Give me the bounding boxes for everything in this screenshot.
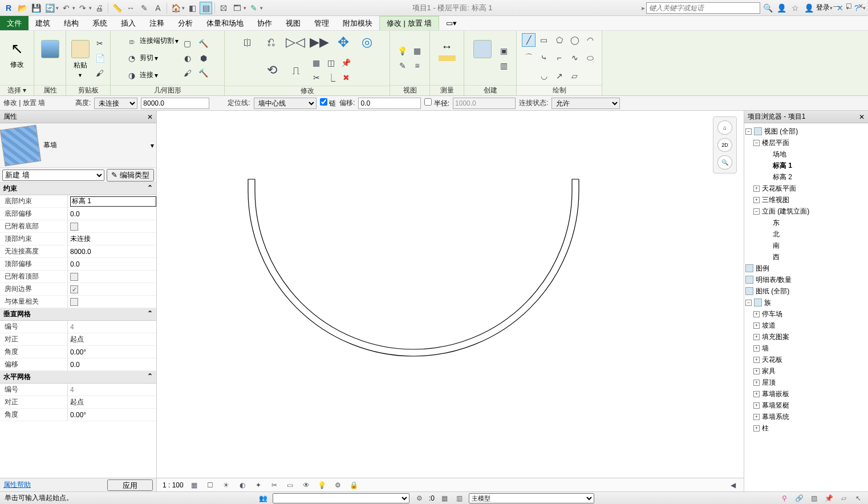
status-select-pinned-icon[interactable]: 📌 xyxy=(824,493,834,503)
draw-line-icon[interactable]: ╱ xyxy=(522,33,536,47)
align-icon[interactable]: ⎅ xyxy=(237,32,258,53)
tree-fam-3[interactable]: +墙 xyxy=(745,342,867,354)
crop-region-icon[interactable]: ▭ xyxy=(285,480,295,490)
wall-opening-icon[interactable]: ▢ xyxy=(181,37,194,50)
status-select-underlay-icon[interactable]: ▨ xyxy=(809,493,819,503)
activate-icon[interactable]: ⬢ xyxy=(197,51,210,65)
properties-button[interactable] xyxy=(38,38,62,79)
draw-fillet-icon[interactable]: ⌐ xyxy=(553,51,566,64)
type-dropdown-icon[interactable]: ▾ xyxy=(151,142,154,150)
tab-insert[interactable]: 插入 xyxy=(114,16,143,30)
linework-icon[interactable]: ✎ xyxy=(396,59,409,72)
paint-icon[interactable]: 🖌 xyxy=(181,66,194,80)
scale-icon[interactable]: ◫ xyxy=(325,56,338,70)
search-input[interactable] xyxy=(646,2,760,14)
mirror-draw-icon[interactable]: ▶▶ xyxy=(309,32,330,53)
section-vgrid[interactable]: 垂直网格⌃ xyxy=(0,308,156,321)
delete-icon[interactable]: ✖ xyxy=(339,71,353,84)
status-select-face-icon[interactable]: ▱ xyxy=(838,493,849,503)
group-select[interactable]: 选择 ▾ xyxy=(0,85,34,95)
reveal-constraints-icon[interactable]: 🔒 xyxy=(349,480,359,490)
create-assembly-icon[interactable]: ▥ xyxy=(497,59,511,72)
tree-fam-5[interactable]: +家具 xyxy=(745,365,867,377)
status-main-model-select[interactable]: 主模型 xyxy=(469,493,594,503)
instance-filter-select[interactable]: 新建 墙 xyxy=(2,170,104,181)
joinstate-select[interactable]: 允许 xyxy=(551,98,620,109)
tree-fam-1[interactable]: +坡道 xyxy=(745,320,867,331)
tree-site[interactable]: 场地 xyxy=(745,148,867,160)
close-button[interactable]: ✕ xyxy=(858,2,863,10)
tab-annotate[interactable]: 注释 xyxy=(143,16,171,30)
maximize-button[interactable]: ☐ xyxy=(846,2,852,10)
sun-path-icon[interactable]: ☀ xyxy=(221,480,232,490)
customize-qat-icon[interactable]: ✎ xyxy=(248,2,260,14)
draw-ellipse-icon[interactable]: ⬭ xyxy=(583,51,597,64)
tree-fam-4[interactable]: +天花板 xyxy=(745,354,867,365)
tab-modify-place-wall[interactable]: 修改 | 放置 墙 xyxy=(379,16,439,30)
tree-fam-2[interactable]: +填充图案 xyxy=(745,331,867,342)
type-selector[interactable]: 幕墙 ▾ xyxy=(0,123,156,168)
save-icon[interactable]: 💾 xyxy=(30,2,42,14)
minimize-button[interactable]: — xyxy=(833,2,840,10)
tree-schedules[interactable]: 明细表/数量 xyxy=(745,274,867,285)
copy-clipboard-icon[interactable]: 📄 xyxy=(93,51,107,65)
tab-architecture[interactable]: 建筑 xyxy=(29,16,57,30)
measure-button[interactable]: ↔ xyxy=(435,38,460,79)
temp-props-icon[interactable]: ⚙ xyxy=(333,480,343,490)
tab-analyze[interactable]: 分析 xyxy=(171,16,200,30)
nav-2d-icon[interactable]: 2D xyxy=(717,138,732,152)
tree-level1[interactable]: 标高 1 xyxy=(745,160,867,171)
rendering-icon[interactable]: ✦ xyxy=(253,480,263,490)
tree-floor-plans[interactable]: −楼层平面 xyxy=(745,137,867,148)
cut-geom-icon[interactable]: ◔ xyxy=(125,51,139,65)
create-group-icon[interactable]: ▣ xyxy=(497,44,511,58)
tree-level2[interactable]: 标高 2 xyxy=(745,171,867,183)
prop-hgrid-justify-value[interactable]: 起点 xyxy=(67,396,156,408)
drawing-canvas[interactable]: ⌂ 2D 🔍 xyxy=(157,111,744,478)
close-hidden-icon[interactable]: ⛝ xyxy=(217,2,230,14)
move-icon[interactable]: ✥ xyxy=(333,32,354,53)
switch-windows-icon[interactable]: 🗔 xyxy=(231,2,244,14)
measure-icon[interactable]: 📏 xyxy=(111,2,123,14)
hide-icon[interactable]: 💡 xyxy=(396,44,409,58)
draw-polygon-icon[interactable]: ⬠ xyxy=(553,33,566,47)
tab-structure[interactable]: 结构 xyxy=(57,16,86,30)
subscription-icon[interactable]: 👤 xyxy=(775,2,788,14)
offset-icon[interactable]: ⎌ xyxy=(261,32,282,53)
default-3d-icon[interactable]: 🏠 xyxy=(169,2,182,14)
split-face-icon[interactable]: ◐ xyxy=(181,51,194,65)
navigation-bar[interactable]: ⌂ 2D 🔍 xyxy=(713,116,737,174)
hammer-icon[interactable]: 🔨 xyxy=(197,66,210,80)
properties-help-link[interactable]: 属性帮助 xyxy=(3,480,31,490)
height-target-select[interactable]: 未连接 xyxy=(94,98,137,109)
crop-view-icon[interactable]: ✂ xyxy=(269,480,279,490)
thin-lines-icon[interactable]: ▤ xyxy=(200,2,212,14)
demolish-icon[interactable]: 🔨 xyxy=(197,37,210,50)
prop-base-offset-value[interactable]: 0.0 xyxy=(67,208,156,220)
tree-south[interactable]: 南 xyxy=(745,240,867,251)
status-filter-icon[interactable]: ⚲ xyxy=(779,493,789,503)
create-similar-button[interactable] xyxy=(470,38,495,79)
search-icon[interactable]: 🔍 xyxy=(761,2,774,14)
nav-home-icon[interactable]: ⌂ xyxy=(717,120,732,135)
height-value-input[interactable] xyxy=(141,98,209,109)
draw-circle-icon[interactable]: ◯ xyxy=(568,33,582,47)
properties-close-icon[interactable]: ✕ xyxy=(147,113,153,121)
tree-sheets[interactable]: 图纸 (全部) xyxy=(745,285,867,297)
array-icon[interactable]: ▦ xyxy=(310,56,323,70)
draw-rect-icon[interactable]: ▭ xyxy=(537,33,551,47)
prop-unconn-height-value[interactable]: 8000.0 xyxy=(67,245,156,257)
print-icon[interactable]: 🖨 xyxy=(93,2,106,14)
chain-checkbox[interactable]: 链 xyxy=(320,98,336,108)
tree-fam-10[interactable]: +柱 xyxy=(745,422,867,434)
prop-hgrid-angle-value[interactable]: 0.00° xyxy=(67,409,156,421)
status-drag-icon[interactable]: ↖ xyxy=(853,493,863,503)
nav-zoom-icon[interactable]: 🔍 xyxy=(717,155,732,170)
draw-spline-icon[interactable]: ∿ xyxy=(568,51,582,64)
prop-vgrid-justify-value[interactable]: 起点 xyxy=(67,333,156,345)
text-icon[interactable]: A xyxy=(152,2,164,14)
tab-collaborate[interactable]: 协作 xyxy=(250,16,279,30)
rotate-icon[interactable]: ⟲ xyxy=(262,60,282,80)
mirror-axis-icon[interactable]: ▷◁ xyxy=(285,32,306,53)
status-workset-select[interactable] xyxy=(273,493,409,503)
